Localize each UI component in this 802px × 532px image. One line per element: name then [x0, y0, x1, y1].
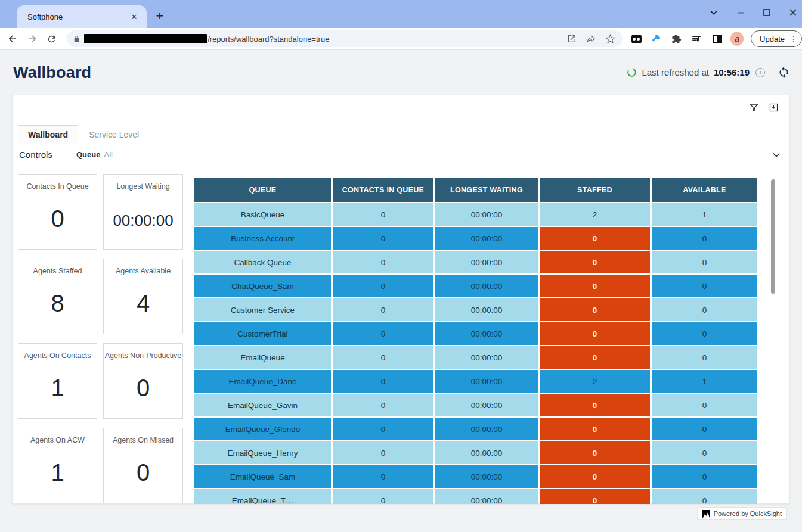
table-scrollbar[interactable] [771, 179, 775, 294]
contrast-extension-icon[interactable] [710, 32, 723, 45]
playlist-icon[interactable] [690, 32, 704, 45]
quicksight-logo-icon [702, 510, 710, 518]
maximize-button[interactable] [763, 8, 771, 17]
kpi-title: Agents Non-Productive [104, 351, 182, 360]
page-header: Wallboard Last refreshed at 10:56:19 i [0, 51, 802, 95]
window-close-button[interactable] [789, 8, 797, 17]
table-cell-longest-waiting: 00:00:00 [435, 465, 538, 488]
table-cell-contacts-in-queue: 0 [333, 489, 433, 504]
dashboard-card: Wallboard Service Level Controls Queue A… [12, 95, 790, 504]
info-icon[interactable]: i [755, 68, 765, 77]
tab-service-level[interactable]: Service Level [78, 125, 150, 144]
powered-by-label: Powered by QuickSight [714, 510, 782, 517]
browser-tab-title: Softphone [27, 13, 129, 21]
table-cell-staffed: 0 [540, 251, 650, 273]
table-cell-available: 0 [652, 322, 757, 345]
browser-menu-icon[interactable]: ⋮ [789, 34, 798, 43]
table-cell-queue: Customer Service [194, 298, 331, 321]
redacted-url-segment [84, 34, 207, 43]
kpi-title: Agents On Missed [104, 436, 182, 444]
table-cell-available: 0 [652, 394, 757, 416]
table-cell-contacts-in-queue: 0 [333, 370, 433, 393]
browser-tab[interactable]: Softphone ✕ [17, 5, 147, 28]
table-cell-available: 0 [652, 275, 757, 297]
table-cell-staffed: 0 [540, 227, 650, 250]
forward-button[interactable] [25, 32, 39, 46]
table-cell-available: 1 [652, 370, 757, 393]
kpi-value: 4 [104, 290, 182, 317]
table-header-cell: CONTACTS IN QUEUE [333, 178, 433, 202]
table-cell-available: 0 [652, 418, 757, 440]
tab-close-icon[interactable]: ✕ [129, 11, 140, 22]
table-cell-longest-waiting: 00:00:00 [435, 275, 538, 297]
kpi-title: Longest Waiting [104, 182, 182, 191]
table-cell-available: 0 [652, 489, 757, 504]
kpi-title: Contacts In Queue [18, 182, 97, 191]
kpi-value: 1 [18, 375, 97, 402]
kpi-card: Agents Available4 [103, 259, 183, 334]
kpi-title: Agents On Contacts [18, 351, 97, 360]
export-icon[interactable] [769, 102, 779, 113]
extension-key-icon[interactable] [650, 32, 663, 45]
table-cell-available: 0 [652, 298, 757, 321]
tab-wallboard[interactable]: Wallboard [18, 125, 78, 144]
sheet-tabs: Wallboard Service Level [18, 125, 150, 144]
browser-tab-strip: Softphone ✕ + [0, 0, 802, 28]
table-cell-available: 0 [652, 346, 757, 369]
browser-toolbar: /reports/wallboard?standalone=true a Upd… [0, 28, 802, 50]
refresh-button[interactable] [778, 66, 790, 79]
table-cell-queue: EmailQueue_Dane [194, 370, 331, 393]
kpi-card: Agents On Missed0 [103, 428, 183, 503]
minimize-button[interactable] [736, 8, 745, 17]
queue-filter-value[interactable]: All [104, 150, 112, 159]
table-cell-contacts-in-queue: 0 [333, 441, 433, 464]
extensions-puzzle-icon[interactable] [670, 32, 683, 45]
kpi-card: Agents Non-Productive0 [103, 343, 183, 419]
profile-avatar[interactable]: a [730, 32, 744, 45]
kpi-title: Agents On ACW [18, 436, 97, 444]
table-cell-contacts-in-queue: 0 [333, 394, 433, 416]
table-cell-longest-waiting: 00:00:00 [435, 251, 538, 273]
table-cell-staffed: 0 [540, 275, 650, 297]
table-cell-contacts-in-queue: 0 [333, 418, 433, 440]
new-tab-button[interactable]: + [151, 8, 168, 24]
url-bar[interactable]: /reports/wallboard?standalone=true [67, 30, 623, 47]
table-header-cell: STAFFED [540, 178, 650, 202]
table-cell-contacts-in-queue: 0 [333, 203, 433, 226]
table-cell-longest-waiting: 00:00:00 [435, 489, 538, 504]
table-cell-staffed: 0 [540, 394, 650, 416]
table-cell-longest-waiting: 00:00:00 [435, 370, 538, 393]
open-in-new-icon[interactable] [565, 32, 578, 45]
table-header-cell: QUEUE [194, 178, 331, 202]
page-title: Wallboard [13, 64, 91, 82]
url-text: /reports/wallboard?standalone=true [208, 35, 559, 43]
auto-refresh-timer-icon [627, 67, 637, 77]
table-cell-longest-waiting: 00:00:00 [435, 227, 538, 250]
extension-dots-icon[interactable] [630, 32, 643, 45]
back-button[interactable] [5, 32, 20, 46]
share-icon[interactable] [584, 32, 597, 45]
queue-table: QUEUECONTACTS IN QUEUELONGEST WAITINGSTA… [194, 178, 757, 504]
table-cell-longest-waiting: 00:00:00 [435, 441, 538, 464]
table-cell-queue: Business Account [194, 227, 331, 250]
kpi-value: 0 [18, 206, 97, 232]
kpi-value: 00:00:00 [104, 211, 182, 230]
lock-icon [73, 35, 80, 43]
bookmark-star-icon[interactable] [603, 32, 617, 45]
filter-icon[interactable] [749, 102, 759, 113]
table-cell-queue: EmailQueue_T… [194, 489, 331, 504]
kpi-value: 1 [18, 459, 97, 486]
reload-button[interactable] [44, 32, 58, 46]
update-button[interactable]: Update ⋮ [751, 30, 802, 47]
tab-search-icon[interactable] [709, 8, 719, 17]
powered-by-quicksight-badge[interactable]: Powered by QuickSight [697, 507, 787, 520]
table-cell-available: 0 [652, 465, 757, 488]
controls-collapse-chevron-icon[interactable] [772, 150, 781, 160]
table-cell-contacts-in-queue: 0 [333, 322, 433, 345]
table-cell-longest-waiting: 00:00:00 [435, 298, 538, 321]
kpi-title: Agents Available [104, 267, 182, 275]
table-cell-longest-waiting: 00:00:00 [435, 346, 538, 369]
table-header-cell: LONGEST WAITING [435, 178, 538, 202]
kpi-title: Agents Staffed [18, 267, 97, 275]
table-cell-available: 1 [652, 203, 757, 226]
